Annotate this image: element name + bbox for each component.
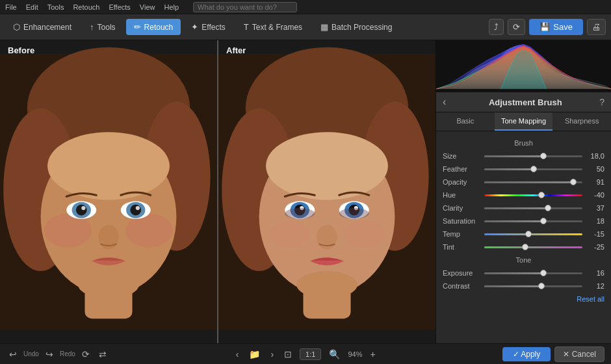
svg-point-36 bbox=[269, 220, 310, 248]
feather-row: Feather 50 bbox=[443, 165, 604, 173]
size-row: Size 18,0 bbox=[443, 152, 604, 160]
exposure-label: Exposure bbox=[443, 269, 480, 277]
text-frames-button[interactable]: T Text & Frames bbox=[236, 19, 310, 35]
rotate-button[interactable]: ⟳ bbox=[79, 348, 92, 361]
main-area: Before bbox=[0, 40, 611, 343]
bottom-center: ‹ 📁 › ⊡ 1:1 🔍 94% + bbox=[114, 348, 497, 361]
cancel-button[interactable]: ✕ Cancel bbox=[554, 346, 604, 362]
undo-button[interactable]: ↩ bbox=[6, 348, 20, 361]
redo-label: Redo bbox=[60, 350, 75, 358]
hue-value: -40 bbox=[586, 191, 604, 199]
save-button[interactable]: 💾 Save bbox=[529, 19, 583, 35]
menu-edit[interactable]: Edit bbox=[26, 3, 38, 11]
after-image bbox=[218, 40, 436, 343]
tab-sharpness[interactable]: Sharpness bbox=[552, 112, 611, 131]
temp-slider[interactable] bbox=[484, 233, 582, 235]
right-panel: ‹ Adjustment Brush ? Basic Tone Mapping … bbox=[436, 40, 611, 343]
before-panel: Before bbox=[0, 40, 217, 343]
zoom-percent: 94% bbox=[348, 350, 362, 358]
cancel-x-icon: ✕ bbox=[563, 350, 569, 359]
svg-point-37 bbox=[344, 220, 385, 248]
temp-label: Temp bbox=[443, 230, 480, 238]
svg-point-16 bbox=[136, 206, 140, 210]
svg-point-13 bbox=[76, 205, 87, 216]
hue-row: Hue -40 bbox=[443, 191, 604, 199]
zoom-display: 1:1 bbox=[300, 348, 321, 360]
search-input[interactable] bbox=[193, 2, 297, 12]
menu-effects[interactable]: Effects bbox=[109, 3, 130, 11]
bottom-right: ✓ Apply ✕ Cancel bbox=[502, 346, 604, 362]
contrast-value: 12 bbox=[586, 282, 604, 290]
exposure-slider[interactable] bbox=[484, 272, 582, 274]
menu-view[interactable]: View bbox=[140, 3, 155, 11]
effects-button[interactable]: ✦ Effects bbox=[183, 19, 233, 35]
menu-retouch[interactable]: Retouch bbox=[73, 3, 99, 11]
sliders-section: Brush Size 18,0 Feather 50 bbox=[436, 131, 611, 343]
feather-value: 50 bbox=[586, 165, 604, 173]
tint-slider[interactable] bbox=[484, 246, 582, 248]
effects-icon: ✦ bbox=[191, 22, 198, 32]
histogram bbox=[436, 40, 611, 92]
print-button[interactable]: 🖨 bbox=[587, 19, 606, 35]
svg-point-15 bbox=[81, 206, 85, 210]
before-image bbox=[0, 40, 217, 343]
tools-button[interactable]: ↑ Tools bbox=[82, 19, 124, 35]
svg-point-39 bbox=[296, 271, 358, 298]
svg-point-34 bbox=[285, 208, 315, 219]
batch-processing-button[interactable]: ▦ Batch Processing bbox=[313, 19, 400, 35]
zoom-out-button[interactable]: 🔍 bbox=[326, 348, 343, 361]
feather-label: Feather bbox=[443, 165, 480, 173]
contrast-row: Contrast 12 bbox=[443, 282, 604, 290]
saturation-slider[interactable] bbox=[484, 220, 582, 222]
saturation-row: Saturation 18 bbox=[443, 217, 604, 225]
temp-row: Temp -15 bbox=[443, 230, 604, 238]
svg-point-6 bbox=[47, 132, 170, 200]
folder-button[interactable]: 📁 bbox=[246, 348, 263, 361]
size-slider[interactable] bbox=[484, 155, 582, 157]
clarity-slider[interactable] bbox=[484, 207, 582, 209]
contrast-slider[interactable] bbox=[484, 285, 582, 287]
next-button[interactable]: › bbox=[268, 348, 276, 361]
batch-icon: ▦ bbox=[320, 22, 328, 32]
temp-value: -15 bbox=[586, 230, 604, 238]
apply-button[interactable]: ✓ Apply bbox=[502, 347, 551, 361]
zoom-in-button[interactable]: + bbox=[367, 348, 378, 361]
flip-button[interactable]: ⇄ bbox=[96, 348, 109, 361]
clarity-value: 37 bbox=[586, 204, 604, 212]
tint-value: -25 bbox=[586, 243, 604, 251]
export-icon-button[interactable]: ⤴ bbox=[489, 19, 504, 35]
retouch-button[interactable]: ✏ Retouch bbox=[126, 19, 181, 35]
tab-basic[interactable]: Basic bbox=[436, 112, 495, 131]
size-value: 18,0 bbox=[586, 152, 604, 160]
crop-button[interactable]: ⊡ bbox=[281, 348, 294, 361]
apply-check-icon: ✓ bbox=[513, 350, 519, 359]
clarity-row: Clarity 37 bbox=[443, 204, 604, 212]
clarity-label: Clarity bbox=[443, 204, 480, 212]
help-button[interactable]: ? bbox=[599, 97, 604, 107]
menu-help[interactable]: Help bbox=[164, 3, 179, 11]
after-panel: After bbox=[218, 40, 436, 343]
menu-tools[interactable]: Tools bbox=[47, 3, 64, 11]
brush-section-title: Brush bbox=[443, 139, 604, 147]
toolbar: ⬡ Enhancement ↑ Tools ✏ Retouch ✦ Effect… bbox=[0, 14, 611, 40]
prev-button[interactable]: ‹ bbox=[233, 348, 242, 361]
feather-slider[interactable] bbox=[484, 168, 582, 170]
opacity-row: Opacity 91 bbox=[443, 178, 604, 186]
redo-button[interactable]: ↪ bbox=[43, 348, 56, 361]
enhancement-button[interactable]: ⬡ Enhancement bbox=[5, 19, 79, 35]
tab-tone-mapping[interactable]: Tone Mapping bbox=[495, 112, 553, 131]
tools-icon: ↑ bbox=[90, 22, 94, 32]
opacity-label: Opacity bbox=[443, 178, 480, 186]
share-icon-button[interactable]: ⟳ bbox=[508, 19, 525, 35]
menu-file[interactable]: File bbox=[5, 3, 17, 11]
bottom-bar: ↩ Undo ↪ Redo ⟳ ⇄ ‹ 📁 › ⊡ 1:1 🔍 94% + ✓ … bbox=[0, 343, 611, 364]
reset-all-link[interactable]: Reset all bbox=[443, 295, 604, 303]
svg-point-14 bbox=[130, 205, 141, 216]
hue-slider[interactable] bbox=[484, 194, 582, 196]
enhancement-icon: ⬡ bbox=[13, 22, 20, 32]
svg-point-35 bbox=[339, 208, 369, 219]
after-label: After bbox=[226, 46, 246, 55]
opacity-slider[interactable] bbox=[484, 181, 582, 183]
save-icon: 💾 bbox=[540, 22, 550, 32]
back-button[interactable]: ‹ bbox=[443, 96, 446, 108]
